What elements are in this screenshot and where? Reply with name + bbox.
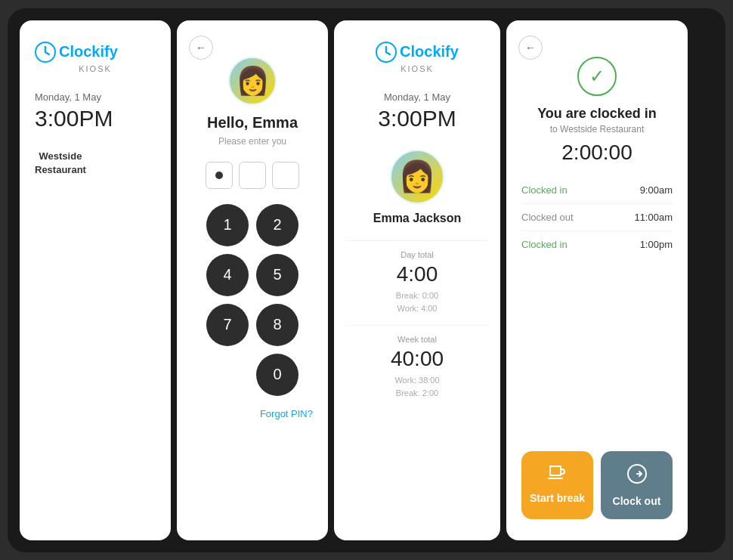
week-work-detail: Work: 38:00: [346, 374, 488, 388]
clock-out-label: Clock out: [613, 495, 661, 507]
time-log-value-3: 1:00pm: [640, 239, 673, 250]
time-log-row-3: Clocked in 1:00pm: [521, 231, 673, 258]
time-log-label-2: Clocked out: [521, 212, 574, 223]
time-log-row-1: Clocked in 9:00am: [521, 177, 673, 204]
clocked-in-title: You are clocked in: [537, 105, 657, 122]
employee-kiosk-label: KIOSK: [346, 64, 488, 73]
pin-dot-2: [239, 162, 266, 189]
clocked-in-panel: ← ✓ You are clocked in to Westside Resta…: [506, 20, 688, 540]
clockify-logo-icon: [35, 42, 56, 63]
action-buttons: Start break Clock out: [521, 451, 673, 519]
numpad-btn-5[interactable]: 5: [256, 254, 298, 296]
day-work-detail: Work: 4:00: [346, 302, 488, 316]
week-total-label: Week total: [346, 335, 488, 344]
pin-dot-1: [206, 162, 233, 189]
break-icon: [547, 463, 568, 486]
day-break-detail: Break: 0:00: [346, 289, 488, 303]
pin-dots: [206, 162, 299, 189]
week-total-time: 40:00: [346, 347, 488, 371]
kiosk-location: Westside Restaurant: [35, 150, 86, 177]
numpad: 1 2 4 5 7 8 0: [206, 204, 298, 396]
clocked-in-back-button[interactable]: ←: [518, 36, 543, 60]
kiosk-label: KIOSK: [35, 64, 156, 73]
numpad-btn-7[interactable]: 7: [206, 304, 249, 346]
time-log-label-1: Clocked in: [521, 184, 568, 196]
employee-logo-icon: [376, 42, 397, 63]
numpad-btn-1[interactable]: 1: [206, 204, 249, 246]
numpad-btn-4[interactable]: 4: [206, 254, 249, 296]
time-log-row-2: Clocked out 11:00am: [521, 204, 673, 231]
kiosk-logo-text: Clockify: [59, 43, 118, 60]
day-total-time: 4:00: [346, 262, 488, 286]
start-break-label: Start break: [530, 492, 585, 504]
enter-pin-text: Please enter you: [218, 136, 286, 147]
clocked-in-timer: 2:00:00: [561, 141, 632, 165]
numpad-btn-8[interactable]: 8: [256, 304, 298, 346]
day-total-label: Day total: [346, 250, 488, 259]
pin-dot-3: [272, 162, 299, 189]
employee-date: Monday, 1 May: [384, 91, 450, 103]
employee-avatar: 👩: [390, 150, 444, 204]
clockout-icon: [626, 463, 648, 489]
time-log-label-3: Clocked in: [521, 239, 568, 250]
time-log: Clocked in 9:00am Clocked out 11:00am Cl…: [521, 177, 673, 258]
employee-logo: Clockify: [376, 42, 459, 63]
numpad-btn-2[interactable]: 2: [256, 204, 298, 246]
kiosk-date: Monday, 1 May: [35, 91, 101, 103]
hello-text: Hello, Emma: [207, 114, 298, 131]
kiosk-time: 3:00PM: [35, 106, 113, 131]
time-log-value-2: 11:00am: [634, 212, 673, 223]
employee-logo-text: Clockify: [400, 43, 459, 60]
employee-panel: Clockify KIOSK Monday, 1 May 3:00PM 👩 Em…: [334, 20, 500, 540]
check-circle-icon: ✓: [577, 57, 617, 96]
employee-time: 3:00PM: [378, 106, 456, 131]
numpad-btn-0[interactable]: 0: [256, 354, 298, 396]
time-log-value-1: 9:00am: [640, 184, 673, 196]
forgot-pin-link[interactable]: Forgot PIN?: [192, 408, 313, 419]
clock-out-button[interactable]: Clock out: [601, 451, 673, 519]
week-total-section: Week total 40:00 Work: 38:00 Break: 2:00: [346, 325, 488, 410]
start-break-button[interactable]: Start break: [521, 451, 593, 519]
outer-container: Clockify KIOSK Monday, 1 May 3:00PM West…: [8, 8, 725, 552]
kiosk-main-panel: Clockify KIOSK Monday, 1 May 3:00PM West…: [20, 20, 171, 540]
clocked-in-sub: to Westside Restaurant: [550, 124, 645, 135]
employee-name: Emma Jackson: [373, 212, 462, 225]
pin-avatar: 👩: [228, 57, 277, 105]
week-break-detail: Break: 2:00: [346, 387, 488, 401]
pin-panel: ← 👩 Hello, Emma Please enter you 1 2 4 5…: [177, 20, 328, 540]
pin-back-button[interactable]: ←: [189, 36, 213, 60]
kiosk-logo: Clockify: [35, 42, 118, 63]
day-total-section: Day total 4:00 Break: 0:00 Work: 4:00: [346, 240, 488, 325]
